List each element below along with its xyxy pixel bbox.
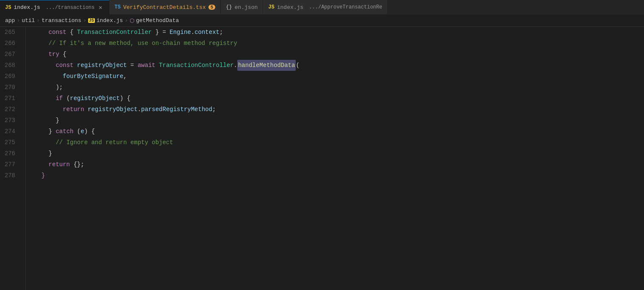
code-token <box>34 49 49 60</box>
code-token <box>34 71 63 82</box>
code-token <box>34 27 49 38</box>
breadcrumb-sep: › <box>125 17 128 24</box>
code-token: // Ignore and return empty object <box>56 137 173 148</box>
breadcrumb-part-indexjs: index.js <box>97 17 123 24</box>
code-token: } = <box>152 27 169 38</box>
code-token: e <box>80 126 84 137</box>
code-token: registryObject <box>70 93 120 104</box>
line-number-gutter: 265 266 267 268 269 270 271 272 273 274 … <box>0 27 25 290</box>
code-line-273: } <box>34 115 644 126</box>
code-token <box>34 104 63 115</box>
tab-verify-contract-details[interactable]: TS VerifyContractDetails.tsx 5 <box>109 0 221 14</box>
line-number: 270 <box>0 82 20 93</box>
tab-index-js-transactions[interactable]: JS index.js .../transactions ✕ <box>0 0 109 14</box>
code-area[interactable]: const { TransactionController } = Engine… <box>26 27 644 290</box>
line-number: 268 <box>0 60 20 71</box>
tab-path: .../ApproveTransactionRe <box>306 4 382 10</box>
code-token: TransactionController <box>77 27 152 38</box>
js-icon: JS <box>268 4 274 10</box>
code-token: parsedRegistryMethod <box>141 104 212 115</box>
code-line-269: fourByteSignature, <box>34 71 644 82</box>
breadcrumb: app › util › transactions › JS index.js … <box>0 15 644 27</box>
code-line-272: return registryObject.parsedRegistryMeth… <box>34 104 644 115</box>
code-token: // If it's a new method, use on-chain me… <box>49 38 237 49</box>
ts-icon: TS <box>114 4 120 10</box>
tab-path: .../transactions <box>43 5 94 11</box>
code-line-274: } catch (e) { <box>34 126 644 137</box>
line-number: 277 <box>0 159 20 170</box>
code-token <box>34 137 56 148</box>
code-token: return <box>49 159 70 170</box>
code-token: } <box>34 115 59 126</box>
code-token: . <box>191 27 194 38</box>
line-number: 273 <box>0 115 20 126</box>
code-token: {}; <box>70 159 84 170</box>
line-number: 276 <box>0 148 20 159</box>
code-token: ( <box>296 60 299 71</box>
code-token <box>84 104 88 115</box>
line-number: 278 <box>0 170 20 181</box>
code-token: , <box>123 71 127 82</box>
code-token: ); <box>34 82 63 93</box>
tab-label: index.js <box>277 4 303 11</box>
code-token: ) { <box>120 93 130 104</box>
code-token: ( <box>73 126 80 137</box>
code-line-271: if (registryObject) { <box>34 93 644 104</box>
code-line-278: } <box>34 170 644 181</box>
editor: 265 266 267 268 269 270 271 272 273 274 … <box>0 27 644 290</box>
code-token: TransactionController <box>159 60 233 71</box>
code-token: const <box>56 60 73 71</box>
code-token: } <box>34 126 56 137</box>
code-token <box>155 60 159 71</box>
code-token: ; <box>219 27 223 38</box>
code-token: } <box>34 148 52 159</box>
code-token <box>34 93 56 104</box>
code-token <box>73 60 77 71</box>
code-token: await <box>138 60 155 71</box>
code-token: registryObject <box>77 60 127 71</box>
code-token: context <box>194 27 219 38</box>
close-icon[interactable]: ✕ <box>97 4 104 11</box>
code-line-275: // Ignore and return empty object <box>34 137 644 148</box>
breadcrumb-part-getmethoddata: getMethodData <box>136 17 179 24</box>
tab-label: VerifyContractDetails.tsx <box>123 4 206 11</box>
breadcrumb-part-app: app <box>5 17 15 24</box>
tab-en-json[interactable]: {} en.json <box>221 0 263 14</box>
js-breadcrumb-icon: JS <box>88 18 95 23</box>
json-icon: {} <box>226 4 232 10</box>
cube-icon: ⬡ <box>130 17 134 24</box>
tab-label: en.json <box>235 4 258 11</box>
code-token <box>34 60 56 71</box>
code-token <box>34 159 49 170</box>
breadcrumb-sep: › <box>83 17 86 24</box>
code-line-265: const { TransactionController } = Engine… <box>34 27 644 38</box>
code-token: return <box>63 104 84 115</box>
code-token: if <box>56 93 63 104</box>
code-token: } <box>42 170 45 181</box>
code-line-270: ); <box>34 82 644 93</box>
line-number: 265 <box>0 27 20 38</box>
code-line-276: } <box>34 148 644 159</box>
code-token: . <box>138 104 141 115</box>
tab-badge: 5 <box>208 5 216 10</box>
code-token: const <box>49 27 67 38</box>
tab-bar: JS index.js .../transactions ✕ TS Verify… <box>0 0 644 15</box>
code-token: { <box>67 27 77 38</box>
code-token: = <box>127 60 137 71</box>
breadcrumb-part-util: util <box>22 17 35 24</box>
code-token: try <box>49 49 59 60</box>
breadcrumb-part-transactions: transactions <box>42 17 81 24</box>
code-token-highlighted: handleMethodData <box>237 60 296 71</box>
js-icon: JS <box>5 5 11 11</box>
code-line-266: // If it's a new method, use on-chain me… <box>34 38 644 49</box>
line-number: 272 <box>0 104 20 115</box>
code-token: ( <box>63 93 70 104</box>
line-number: 267 <box>0 49 20 60</box>
line-number: 271 <box>0 93 20 104</box>
code-token: ) { <box>84 126 95 137</box>
code-token: Engine <box>169 27 191 38</box>
tab-index-js-approve[interactable]: JS index.js .../ApproveTransactionRe <box>263 0 388 14</box>
code-token: { <box>59 49 67 60</box>
line-number: 269 <box>0 71 20 82</box>
code-token: . <box>234 60 237 71</box>
